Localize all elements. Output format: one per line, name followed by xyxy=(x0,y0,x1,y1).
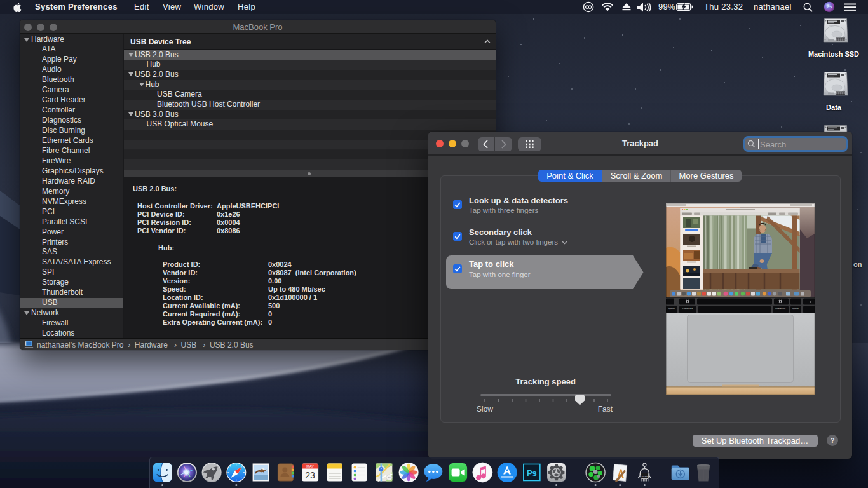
svg-text:Ps: Ps xyxy=(527,468,537,478)
svg-text:30: 30 xyxy=(388,476,391,479)
svg-text:command: command xyxy=(775,308,785,310)
svg-text:command: command xyxy=(682,308,693,310)
svg-text:8888: 8888 xyxy=(642,475,648,478)
svg-text:option: option xyxy=(668,308,675,310)
svg-text:23: 23 xyxy=(305,470,315,480)
svg-text:option: option xyxy=(792,308,799,310)
svg-text:MAY: MAY xyxy=(306,464,314,468)
